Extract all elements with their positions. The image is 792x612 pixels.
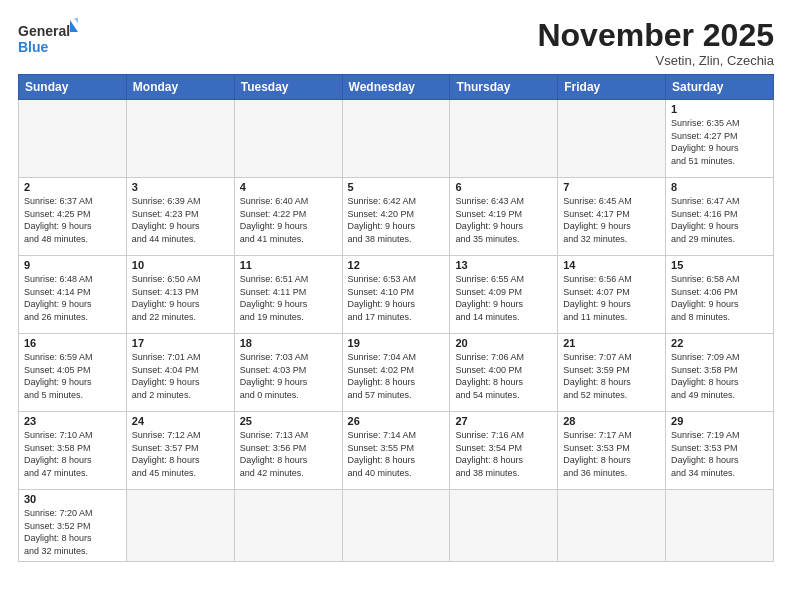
svg-marker-2 (70, 20, 78, 32)
day-info: Sunrise: 6:42 AM Sunset: 4:20 PM Dayligh… (348, 195, 445, 245)
calendar-week-row: 30Sunrise: 7:20 AM Sunset: 3:52 PM Dayli… (19, 490, 774, 561)
header-friday: Friday (558, 75, 666, 100)
day-number: 29 (671, 415, 768, 427)
calendar-day-cell (126, 490, 234, 561)
day-number: 16 (24, 337, 121, 349)
calendar-day-cell (666, 490, 774, 561)
calendar-day-cell: 4Sunrise: 6:40 AM Sunset: 4:22 PM Daylig… (234, 178, 342, 256)
day-number: 12 (348, 259, 445, 271)
calendar-day-cell: 17Sunrise: 7:01 AM Sunset: 4:04 PM Dayli… (126, 334, 234, 412)
day-info: Sunrise: 7:19 AM Sunset: 3:53 PM Dayligh… (671, 429, 768, 479)
calendar-day-cell: 19Sunrise: 7:04 AM Sunset: 4:02 PM Dayli… (342, 334, 450, 412)
title-block: November 2025 Vsetin, Zlin, Czechia (537, 18, 774, 68)
day-info: Sunrise: 7:16 AM Sunset: 3:54 PM Dayligh… (455, 429, 552, 479)
calendar-day-cell (450, 100, 558, 178)
day-info: Sunrise: 6:48 AM Sunset: 4:14 PM Dayligh… (24, 273, 121, 323)
day-info: Sunrise: 7:06 AM Sunset: 4:00 PM Dayligh… (455, 351, 552, 401)
day-info: Sunrise: 6:45 AM Sunset: 4:17 PM Dayligh… (563, 195, 660, 245)
calendar-day-cell: 21Sunrise: 7:07 AM Sunset: 3:59 PM Dayli… (558, 334, 666, 412)
calendar-day-cell: 12Sunrise: 6:53 AM Sunset: 4:10 PM Dayli… (342, 256, 450, 334)
header-monday: Monday (126, 75, 234, 100)
header-sunday: Sunday (19, 75, 127, 100)
subtitle: Vsetin, Zlin, Czechia (537, 53, 774, 68)
calendar-day-cell (234, 490, 342, 561)
day-info: Sunrise: 7:04 AM Sunset: 4:02 PM Dayligh… (348, 351, 445, 401)
day-info: Sunrise: 6:53 AM Sunset: 4:10 PM Dayligh… (348, 273, 445, 323)
day-number: 2 (24, 181, 121, 193)
day-number: 26 (348, 415, 445, 427)
day-number: 5 (348, 181, 445, 193)
calendar-day-cell: 3Sunrise: 6:39 AM Sunset: 4:23 PM Daylig… (126, 178, 234, 256)
day-number: 10 (132, 259, 229, 271)
day-number: 22 (671, 337, 768, 349)
day-info: Sunrise: 6:40 AM Sunset: 4:22 PM Dayligh… (240, 195, 337, 245)
header-saturday: Saturday (666, 75, 774, 100)
day-number: 18 (240, 337, 337, 349)
calendar: Sunday Monday Tuesday Wednesday Thursday… (18, 74, 774, 561)
day-number: 19 (348, 337, 445, 349)
day-number: 15 (671, 259, 768, 271)
logo: General Blue (18, 18, 78, 62)
calendar-day-cell: 15Sunrise: 6:58 AM Sunset: 4:06 PM Dayli… (666, 256, 774, 334)
day-number: 14 (563, 259, 660, 271)
day-info: Sunrise: 6:50 AM Sunset: 4:13 PM Dayligh… (132, 273, 229, 323)
calendar-day-cell: 16Sunrise: 6:59 AM Sunset: 4:05 PM Dayli… (19, 334, 127, 412)
calendar-day-cell: 8Sunrise: 6:47 AM Sunset: 4:16 PM Daylig… (666, 178, 774, 256)
calendar-week-row: 9Sunrise: 6:48 AM Sunset: 4:14 PM Daylig… (19, 256, 774, 334)
day-info: Sunrise: 7:01 AM Sunset: 4:04 PM Dayligh… (132, 351, 229, 401)
calendar-day-cell: 6Sunrise: 6:43 AM Sunset: 4:19 PM Daylig… (450, 178, 558, 256)
calendar-week-row: 16Sunrise: 6:59 AM Sunset: 4:05 PM Dayli… (19, 334, 774, 412)
page: General Blue November 2025 Vsetin, Zlin,… (0, 0, 792, 612)
calendar-day-cell (558, 100, 666, 178)
calendar-day-cell: 2Sunrise: 6:37 AM Sunset: 4:25 PM Daylig… (19, 178, 127, 256)
calendar-day-cell: 5Sunrise: 6:42 AM Sunset: 4:20 PM Daylig… (342, 178, 450, 256)
day-info: Sunrise: 6:35 AM Sunset: 4:27 PM Dayligh… (671, 117, 768, 167)
day-number: 23 (24, 415, 121, 427)
day-info: Sunrise: 7:14 AM Sunset: 3:55 PM Dayligh… (348, 429, 445, 479)
day-info: Sunrise: 6:55 AM Sunset: 4:09 PM Dayligh… (455, 273, 552, 323)
day-info: Sunrise: 6:59 AM Sunset: 4:05 PM Dayligh… (24, 351, 121, 401)
day-number: 21 (563, 337, 660, 349)
calendar-day-cell (342, 490, 450, 561)
day-info: Sunrise: 6:37 AM Sunset: 4:25 PM Dayligh… (24, 195, 121, 245)
calendar-day-cell: 7Sunrise: 6:45 AM Sunset: 4:17 PM Daylig… (558, 178, 666, 256)
calendar-day-cell: 29Sunrise: 7:19 AM Sunset: 3:53 PM Dayli… (666, 412, 774, 490)
calendar-day-cell: 28Sunrise: 7:17 AM Sunset: 3:53 PM Dayli… (558, 412, 666, 490)
calendar-week-row: 23Sunrise: 7:10 AM Sunset: 3:58 PM Dayli… (19, 412, 774, 490)
day-info: Sunrise: 7:13 AM Sunset: 3:56 PM Dayligh… (240, 429, 337, 479)
calendar-day-cell: 20Sunrise: 7:06 AM Sunset: 4:00 PM Dayli… (450, 334, 558, 412)
day-number: 8 (671, 181, 768, 193)
day-number: 25 (240, 415, 337, 427)
calendar-day-cell: 22Sunrise: 7:09 AM Sunset: 3:58 PM Dayli… (666, 334, 774, 412)
day-info: Sunrise: 7:12 AM Sunset: 3:57 PM Dayligh… (132, 429, 229, 479)
calendar-day-cell: 23Sunrise: 7:10 AM Sunset: 3:58 PM Dayli… (19, 412, 127, 490)
day-info: Sunrise: 7:10 AM Sunset: 3:58 PM Dayligh… (24, 429, 121, 479)
day-number: 1 (671, 103, 768, 115)
day-number: 30 (24, 493, 121, 505)
calendar-week-row: 1Sunrise: 6:35 AM Sunset: 4:27 PM Daylig… (19, 100, 774, 178)
calendar-day-cell (19, 100, 127, 178)
month-title: November 2025 (537, 18, 774, 53)
header-thursday: Thursday (450, 75, 558, 100)
calendar-day-cell: 25Sunrise: 7:13 AM Sunset: 3:56 PM Dayli… (234, 412, 342, 490)
calendar-day-cell: 26Sunrise: 7:14 AM Sunset: 3:55 PM Dayli… (342, 412, 450, 490)
svg-text:General: General (18, 23, 70, 39)
calendar-day-cell: 13Sunrise: 6:55 AM Sunset: 4:09 PM Dayli… (450, 256, 558, 334)
calendar-body: 1Sunrise: 6:35 AM Sunset: 4:27 PM Daylig… (19, 100, 774, 561)
day-info: Sunrise: 7:20 AM Sunset: 3:52 PM Dayligh… (24, 507, 121, 557)
calendar-day-cell (342, 100, 450, 178)
weekday-header-row: Sunday Monday Tuesday Wednesday Thursday… (19, 75, 774, 100)
calendar-day-cell: 27Sunrise: 7:16 AM Sunset: 3:54 PM Dayli… (450, 412, 558, 490)
day-number: 3 (132, 181, 229, 193)
day-number: 20 (455, 337, 552, 349)
day-info: Sunrise: 7:09 AM Sunset: 3:58 PM Dayligh… (671, 351, 768, 401)
day-info: Sunrise: 6:56 AM Sunset: 4:07 PM Dayligh… (563, 273, 660, 323)
day-info: Sunrise: 6:43 AM Sunset: 4:19 PM Dayligh… (455, 195, 552, 245)
calendar-day-cell: 9Sunrise: 6:48 AM Sunset: 4:14 PM Daylig… (19, 256, 127, 334)
header: General Blue November 2025 Vsetin, Zlin,… (18, 18, 774, 68)
day-number: 11 (240, 259, 337, 271)
day-info: Sunrise: 7:03 AM Sunset: 4:03 PM Dayligh… (240, 351, 337, 401)
day-info: Sunrise: 6:39 AM Sunset: 4:23 PM Dayligh… (132, 195, 229, 245)
day-info: Sunrise: 6:51 AM Sunset: 4:11 PM Dayligh… (240, 273, 337, 323)
calendar-day-cell: 14Sunrise: 6:56 AM Sunset: 4:07 PM Dayli… (558, 256, 666, 334)
